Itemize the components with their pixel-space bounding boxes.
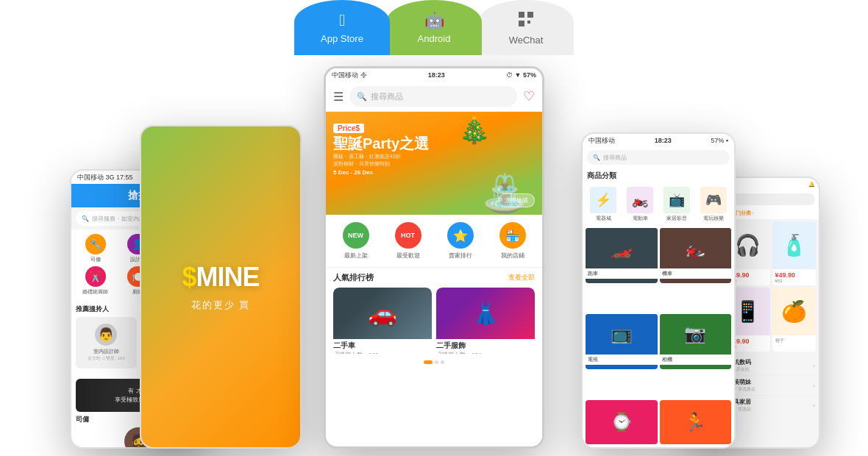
main-status-bar: 中国移动 令 18:23 ⏱ ▼ 57%: [326, 68, 542, 82]
ranking-icon: ⭐: [447, 222, 474, 249]
fr-section-list: 手机数码 好品尽在此 › 服装萌妹 大牌 享优惠众 ›: [724, 354, 819, 417]
svg-rect-2: [519, 21, 524, 26]
chevron-right-icon: ›: [813, 363, 815, 369]
svg-rect-0: [519, 12, 524, 18]
grid-item[interactable]: 📷 相機: [660, 314, 732, 369]
right-cat-item[interactable]: ⚡ 電器城: [586, 187, 621, 222]
tree-decoration: 🎄: [458, 115, 491, 146]
search-icon-left: 🔍: [82, 215, 89, 222]
main-topbar: ☰ 🔍 搜尋商品 ♡: [326, 82, 542, 112]
dot: [424, 360, 433, 364]
fr-section-item[interactable]: 服装萌妹 大牌 享优惠众 ›: [728, 376, 815, 396]
grid-item[interactable]: 🏎️ 跑車: [586, 228, 658, 283]
ranking-cards: 🚗 二手車 週購買人數：168 👗 二手服飾 週購買人數：134: [333, 288, 535, 354]
tab-wechat-label: WeChat: [509, 35, 544, 46]
fr-products: 🎧 ¥49.90 ¥52 🧴 ¥49.90 ¥52: [724, 219, 819, 354]
ranking-section: 人氣排行榜 查看全部 🚗 二手車 週購買人數：168 👗 二手服飾 週購買人數：…: [326, 268, 542, 358]
right-grid-2: ⌚ 🏃: [583, 400, 734, 447]
ranking-card-fashion[interactable]: 👗 二手服飾 週購買人數：134: [436, 288, 535, 354]
menu-icon[interactable]: ☰: [333, 90, 344, 104]
right-section-title: 商品分類: [583, 168, 734, 184]
right-product-grid: 🏎️ 跑車 🏍️ 機車 📺 電視 📷 相機: [583, 225, 734, 400]
phone-right: 中国移动 18:23 57% ▪ 🔍 搜尋商品 商品分類 ⚡ 電器城 🏍️: [581, 132, 736, 449]
nav-icons-row: NEW 最新上架 HOT 最受歡迎 ⭐ 賣家排行 🏪 我的店鋪: [326, 215, 542, 268]
nav-store[interactable]: 🏪 我的店鋪: [499, 222, 526, 260]
platform-tabs:  App Store 🤖 Android WeChat: [294, 0, 574, 55]
phone-center-left: $MINE 花的更少 買: [140, 125, 302, 449]
grid-item-sport[interactable]: 🏃: [660, 400, 732, 444]
ranking-card-car[interactable]: 🚗 二手車 週購買人數：168: [333, 288, 432, 354]
price-badge: Price$: [333, 124, 364, 133]
dot: [441, 360, 444, 364]
right-status-bar: 中国移动 18:23 57% ▪: [583, 134, 734, 147]
carousel-dots: [326, 358, 542, 366]
tab-appstore-label: App Store: [321, 33, 363, 44]
main-banner: Price$ 聖誕Party之選 圖板・居工藝・紅酒低至43折 派對樹材・共享快…: [326, 112, 542, 215]
grid-item[interactable]: 🏍️ 機車: [660, 228, 732, 283]
store-icon: 🏪: [499, 222, 526, 249]
right-search-bar[interactable]: 🔍 搜尋商品: [587, 150, 730, 165]
right-cat-item[interactable]: 🎮 電玩娛樂: [696, 187, 731, 222]
grid-item[interactable]: 📺 電視: [586, 314, 658, 369]
main-search-bar[interactable]: 🔍 搜尋商品: [349, 86, 517, 107]
mine-logo: $MINE: [182, 262, 259, 293]
right-cat-item[interactable]: 🏍️ 電動車: [622, 187, 658, 222]
shop-now-button[interactable]: 立即搶購: [498, 193, 535, 207]
fr-section-item[interactable]: 手机数码 好品尽在此 ›: [728, 356, 815, 376]
fr-section-item[interactable]: 家具家居 家居 优选品 ›: [728, 396, 815, 415]
banner-date: 5 Dec - 26 Dec: [333, 169, 429, 176]
svg-rect-3: [527, 21, 530, 24]
nav-new[interactable]: NEW 最新上架: [343, 222, 369, 260]
hot-icon: HOT: [395, 222, 421, 249]
search-icon-main: 🔍: [357, 92, 367, 101]
cat-item: 🔧 司傭: [76, 234, 115, 263]
tab-android-label: Android: [418, 33, 451, 44]
nav-hot[interactable]: HOT 最受歡迎: [395, 222, 421, 260]
tab-wechat[interactable]: WeChat: [478, 0, 574, 55]
product-card[interactable]: 🍊 橙子: [772, 288, 817, 352]
tab-android[interactable]: 🤖 Android: [386, 0, 482, 55]
chevron-right-icon: ›: [813, 382, 815, 389]
dot: [435, 360, 438, 364]
phones-container: 中国移动 3G 17:55 搶搶 🔍 搜尋服務・如室内設... 🔧 司傭 👤 設…: [0, 44, 868, 456]
grid-item-watch[interactable]: ⌚: [586, 400, 658, 444]
phone-main: 中国移动 令 18:23 ⏱ ▼ 57% ☰ 🔍 搜尋商品 ♡ Price$ 聖: [324, 66, 544, 449]
ranking-header: 人氣排行榜 查看全部: [333, 272, 535, 283]
chevron-right-icon: ›: [813, 402, 815, 409]
right-cat-item[interactable]: 📺 家居影音: [659, 187, 694, 222]
svg-rect-1: [527, 12, 533, 18]
right-categories: ⚡ 電器城 🏍️ 電動車 📺 家居影音 🎮 電玩娛樂: [583, 184, 734, 225]
mine-subtitle: 花的更少 買: [191, 299, 251, 312]
banner-subtitle: 圖板・居工藝・紅酒低至43折 派對樹材・共享快樂時刻: [333, 153, 429, 168]
cat-item: ✂️ 婚禮統籌師: [76, 266, 115, 296]
search-icon-right: 🔍: [593, 154, 600, 161]
favorite-icon[interactable]: ♡: [523, 88, 535, 104]
banner-title: 聖誕Party之選: [333, 135, 429, 152]
android-icon: 🤖: [424, 11, 444, 30]
recommend-card: 👨 室内設計師 女大吃 ☆雙星: 100: [76, 317, 137, 368]
fr-hot-label: · 热门分类 ·: [724, 207, 819, 219]
banner-text: Price$ 聖誕Party之選 圖板・居工藝・紅酒低至43折 派對樹材・共享快…: [333, 121, 429, 176]
wechat-icon: [517, 10, 535, 32]
nav-ranking[interactable]: ⭐ 賣家排行: [447, 222, 474, 260]
tab-appstore[interactable]:  App Store: [294, 0, 390, 55]
new-icon: NEW: [343, 222, 369, 249]
apple-icon: : [339, 11, 345, 30]
fr-products-area: · 热门分类 · 🎧 ¥49.90 ¥52 🧴: [724, 207, 819, 447]
product-card[interactable]: 🧴 ¥49.90 ¥52: [772, 221, 817, 285]
